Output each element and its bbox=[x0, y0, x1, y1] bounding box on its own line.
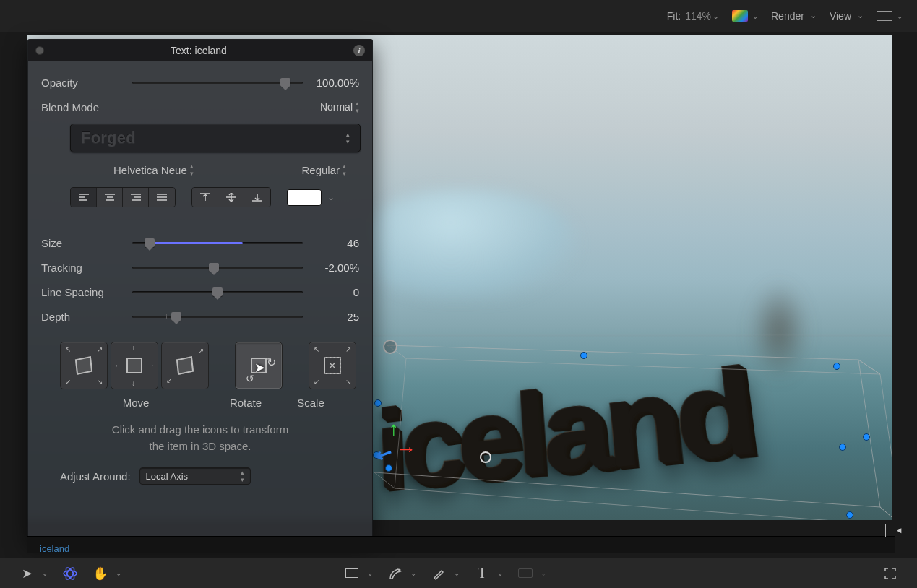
fit-zoom-control[interactable]: Fit: 114% bbox=[667, 10, 719, 22]
opacity-slider[interactable] bbox=[132, 75, 303, 90]
mask-tool-menu-disabled: ⌄ bbox=[541, 569, 546, 577]
mask-tool-disabled bbox=[516, 564, 535, 583]
hud-titlebar[interactable]: Text: iceland i bbox=[28, 40, 372, 61]
bottom-toolbar: ➤ ⌄ ✋ ⌄ ⌄ ⌄ ⌄ T ⌄ ⌄ bbox=[0, 558, 917, 588]
view-menu[interactable]: View bbox=[830, 10, 864, 22]
edge-handle[interactable] bbox=[580, 352, 587, 359]
color-chip-icon bbox=[732, 10, 748, 22]
size-value: 46 bbox=[303, 237, 359, 249]
text-3d-content: iceland bbox=[374, 341, 757, 514]
edge-handle[interactable] bbox=[839, 444, 846, 451]
size-slider[interactable] bbox=[132, 235, 303, 250]
stepper-icon: ▴▾ bbox=[346, 131, 350, 145]
cursor-icon: ➤ bbox=[254, 360, 265, 376]
valign-top-button[interactable] bbox=[192, 188, 218, 207]
anchor-point[interactable] bbox=[480, 451, 491, 463]
mini-timeline[interactable] bbox=[27, 536, 895, 553]
fit-label: Fit: bbox=[667, 10, 681, 22]
align-center-icon bbox=[104, 193, 116, 202]
text-hud-panel: Text: iceland i Opacity 100.00% Blend Mo… bbox=[27, 39, 373, 540]
opacity-row: Opacity 100.00% bbox=[41, 70, 359, 95]
hud-title: Text: iceland bbox=[44, 45, 353, 56]
playhead-icon[interactable]: ⎸◂ bbox=[885, 523, 902, 538]
rotate-button[interactable]: ↻ ↺ ➤ bbox=[235, 342, 283, 389]
move-xyz-button[interactable]: ↑ ←→ ↓ bbox=[111, 342, 158, 389]
render-menu[interactable]: Render bbox=[771, 10, 817, 22]
opacity-value: 100.00% bbox=[303, 77, 359, 89]
horizontal-align-group bbox=[70, 187, 176, 207]
rectangle-tool-menu[interactable]: ⌄ bbox=[367, 569, 373, 577]
rectangle-icon bbox=[345, 568, 358, 578]
align-left-button[interactable] bbox=[71, 188, 97, 207]
brush-tool-menu[interactable]: ⌄ bbox=[454, 569, 460, 577]
background-iceberg bbox=[367, 190, 577, 298]
line-spacing-slider[interactable] bbox=[132, 285, 303, 299]
valign-middle-button[interactable] bbox=[218, 188, 244, 207]
pen-tool[interactable] bbox=[386, 564, 405, 583]
tracking-value: -2.00% bbox=[303, 261, 359, 274]
move-xyz-icon bbox=[126, 358, 142, 373]
align-center-button[interactable] bbox=[97, 188, 123, 207]
view-layout-button[interactable]: ⌄ bbox=[877, 11, 903, 21]
atom-icon bbox=[62, 566, 78, 581]
text-icon: T bbox=[478, 565, 486, 581]
corner-handle[interactable] bbox=[383, 340, 397, 354]
font-weight-select[interactable]: Regular ▴▾ bbox=[301, 163, 346, 177]
svg-point-30 bbox=[64, 571, 77, 576]
blend-label: Blend Mode bbox=[41, 101, 132, 113]
pen-tool-menu[interactable]: ⌄ bbox=[410, 569, 416, 577]
valign-top-icon bbox=[199, 193, 211, 202]
adjust-around-label: Adjust Around: bbox=[60, 470, 131, 483]
scale-button[interactable]: ✕ ↖↗ ↙↘ bbox=[309, 342, 356, 389]
move-z-icon bbox=[176, 356, 194, 375]
adjust-around-select[interactable]: Local Axis ▴▾ bbox=[139, 467, 251, 485]
color-channel-button[interactable]: ⌄ bbox=[732, 10, 758, 22]
fullscreen-button[interactable] bbox=[881, 564, 900, 583]
3d-transform-tool[interactable] bbox=[61, 564, 79, 583]
blend-mode-row: Blend Mode Normal ▴▾ bbox=[41, 95, 359, 119]
pen-icon bbox=[388, 566, 402, 581]
text-color-swatch[interactable] bbox=[287, 189, 322, 206]
rotate-label: Rotate bbox=[212, 397, 280, 409]
edge-handle[interactable] bbox=[863, 433, 870, 441]
depth-slider[interactable] bbox=[132, 309, 303, 324]
size-row: Size 46 bbox=[41, 230, 359, 255]
svg-line-2 bbox=[880, 374, 892, 520]
arrow-tool-menu[interactable]: ⌄ bbox=[42, 569, 48, 577]
edge-handle[interactable] bbox=[846, 511, 853, 519]
scale-label: Scale bbox=[280, 397, 342, 409]
svg-point-33 bbox=[399, 568, 401, 571]
text-3d-object[interactable]: iceland iceland bbox=[374, 341, 757, 514]
viewer-toolbar: Fit: 114% ⌄ Render View ⌄ bbox=[0, 0, 917, 32]
tracking-slider[interactable] bbox=[132, 260, 303, 274]
view-layout-icon bbox=[877, 11, 892, 21]
info-icon[interactable]: i bbox=[353, 45, 365, 56]
text-tool[interactable]: T bbox=[473, 564, 491, 583]
edge-handle[interactable] bbox=[833, 363, 840, 370]
align-right-button[interactable] bbox=[123, 188, 149, 207]
depth-row: Depth 25 bbox=[41, 304, 359, 329]
arrow-tool[interactable]: ➤ bbox=[17, 564, 36, 583]
move-z-button[interactable]: ↗ ↙ bbox=[161, 342, 209, 389]
mask-icon bbox=[518, 568, 533, 578]
text-tool-menu[interactable]: ⌄ bbox=[497, 569, 503, 577]
text-preset-select[interactable]: Forged ▴▾ bbox=[70, 124, 361, 152]
scale-icon: ✕ bbox=[324, 357, 341, 374]
font-weight: Regular bbox=[301, 164, 340, 176]
edge-handle[interactable] bbox=[374, 399, 382, 407]
hand-tool-menu[interactable]: ⌄ bbox=[116, 569, 121, 577]
svg-line-1 bbox=[880, 507, 892, 520]
color-disclosure-icon[interactable]: ⌄ bbox=[327, 192, 335, 202]
timeline-clip-name[interactable]: iceland bbox=[40, 543, 69, 554]
valign-bottom-button[interactable] bbox=[244, 188, 270, 207]
close-button[interactable] bbox=[35, 46, 44, 55]
blend-mode-select[interactable]: Normal ▴▾ bbox=[320, 100, 359, 114]
rectangle-tool[interactable] bbox=[343, 564, 361, 583]
hand-tool[interactable]: ✋ bbox=[91, 564, 110, 583]
move-xy-button[interactable]: ↖↗ ↙↘ bbox=[60, 342, 108, 389]
align-justify-button[interactable] bbox=[149, 188, 175, 207]
size-label: Size bbox=[41, 237, 132, 249]
brush-tool[interactable] bbox=[429, 564, 448, 583]
font-select[interactable]: Helvetica Neue ▴▾ bbox=[113, 163, 194, 177]
svg-line-0 bbox=[858, 360, 880, 374]
